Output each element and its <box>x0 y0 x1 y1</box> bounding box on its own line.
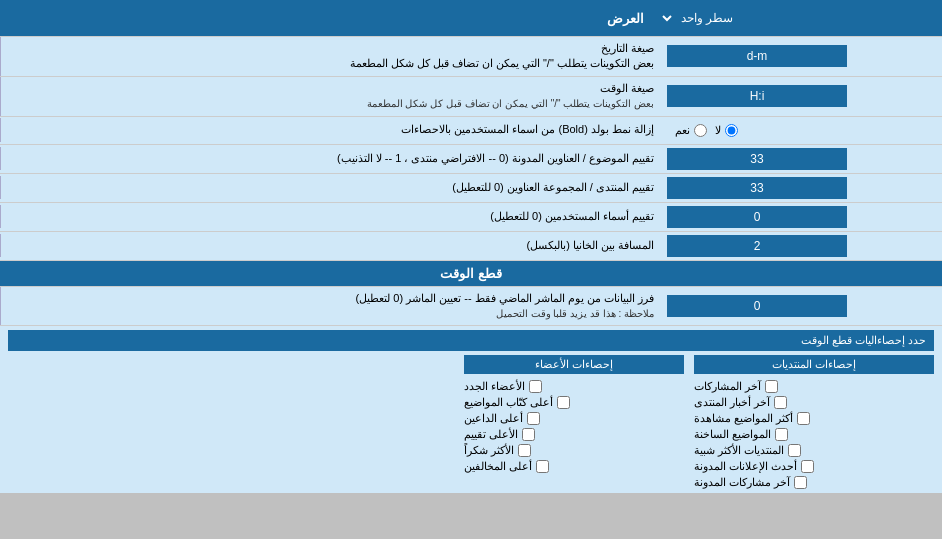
checkbox-last-blog-posts[interactable] <box>794 476 807 489</box>
forum-stats-header: إحصاءات المنتديات <box>694 355 934 374</box>
list-item: الأعضاء الجدد <box>464 380 684 393</box>
topic-rating-input[interactable] <box>667 148 847 170</box>
checkbox-hot-topics[interactable] <box>775 428 788 441</box>
checkbox-highest-rated[interactable] <box>522 428 535 441</box>
list-item: آخر مشاركات المدونة <box>694 476 934 489</box>
checkbox-last-posts[interactable] <box>765 380 778 393</box>
checkbox-top-inviters[interactable] <box>527 412 540 425</box>
topic-rating-label: تقييم الموضوع / العناوين المدونة (0 -- ا… <box>0 147 662 170</box>
date-format-input[interactable] <box>667 45 847 67</box>
cell-spacing-input[interactable] <box>667 235 847 257</box>
list-item: آخر أخبار المنتدى <box>694 396 934 409</box>
list-item: أعلى المخالفين <box>464 460 684 473</box>
display-select[interactable]: سطر واحد سطرين ثلاثة أسطر <box>660 7 741 29</box>
username-rating-input[interactable] <box>667 206 847 228</box>
stats-header: حدد إحصاءاليات قطع الوقت <box>8 330 934 351</box>
list-item: أعلى كتّاب المواضيع <box>464 396 684 409</box>
checkbox-latest-announcements[interactable] <box>801 460 814 473</box>
list-item: أعلى الداعين <box>464 412 684 425</box>
cell-spacing-label: المسافة بين الخانيا (بالبكسل) <box>0 234 662 257</box>
list-item: المواضيع الساخنة <box>694 428 934 441</box>
checkbox-last-news[interactable] <box>774 396 787 409</box>
time-format-input[interactable] <box>667 85 847 107</box>
bold-remove-label: إزالة نمط بولد (Bold) من اسماء المستخدمي… <box>0 118 662 141</box>
radio-no[interactable] <box>725 124 738 137</box>
cutoff-label: فرز البيانات من يوم الماشر الماضي فقط --… <box>0 287 662 326</box>
cutoff-section-header: قطع الوقت <box>0 261 942 287</box>
forum-rating-label: تقييم المنتدى / المجموعة العناوين (0 للت… <box>0 176 662 199</box>
page-title: العرض <box>8 7 654 30</box>
list-item: الأعلى تقييم <box>464 428 684 441</box>
checkbox-most-thanked[interactable] <box>518 444 531 457</box>
time-format-label: صيغة الوقتبعض التكوينات يتطلب "/" التي ي… <box>0 77 662 116</box>
list-item: أحدث الإعلانات المدونة <box>694 460 934 473</box>
list-item: آخر المشاركات <box>694 380 934 393</box>
radio-no-label: لا <box>715 124 738 137</box>
members-stats-header: إحصاءات الأعضاء <box>464 355 684 374</box>
date-format-label: صيغة التاريخ بعض التكوينات يتطلب "/" الت… <box>0 37 662 76</box>
checkbox-top-violators[interactable] <box>536 460 549 473</box>
radio-yes[interactable] <box>694 124 707 137</box>
radio-yes-label: نعم <box>675 124 707 137</box>
checkbox-top-writers[interactable] <box>557 396 570 409</box>
cutoff-input[interactable] <box>667 295 847 317</box>
list-item: المنتديات الأكثر شبية <box>694 444 934 457</box>
checkbox-most-viewed[interactable] <box>797 412 810 425</box>
checkbox-most-popular-forums[interactable] <box>788 444 801 457</box>
forum-rating-input[interactable] <box>667 177 847 199</box>
list-item: أكثر المواضيع مشاهدة <box>694 412 934 425</box>
list-item: الأكثر شكراً <box>464 444 684 457</box>
username-rating-label: تقييم أسماء المستخدمين (0 للتعطيل) <box>0 205 662 228</box>
checkbox-new-members[interactable] <box>529 380 542 393</box>
